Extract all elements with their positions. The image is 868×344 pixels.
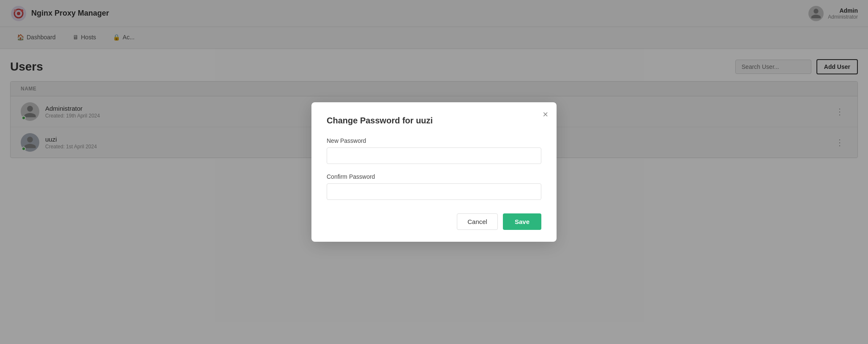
new-password-label: New Password: [327, 137, 541, 144]
modal-overlay: Change Password for uuzi × New Password …: [0, 0, 868, 168]
change-password-modal: Change Password for uuzi × New Password …: [311, 102, 557, 168]
modal-title: Change Password for uuzi: [327, 116, 541, 126]
new-password-group: New Password: [327, 137, 541, 164]
new-password-input[interactable]: [327, 147, 541, 164]
close-button[interactable]: ×: [543, 110, 548, 119]
